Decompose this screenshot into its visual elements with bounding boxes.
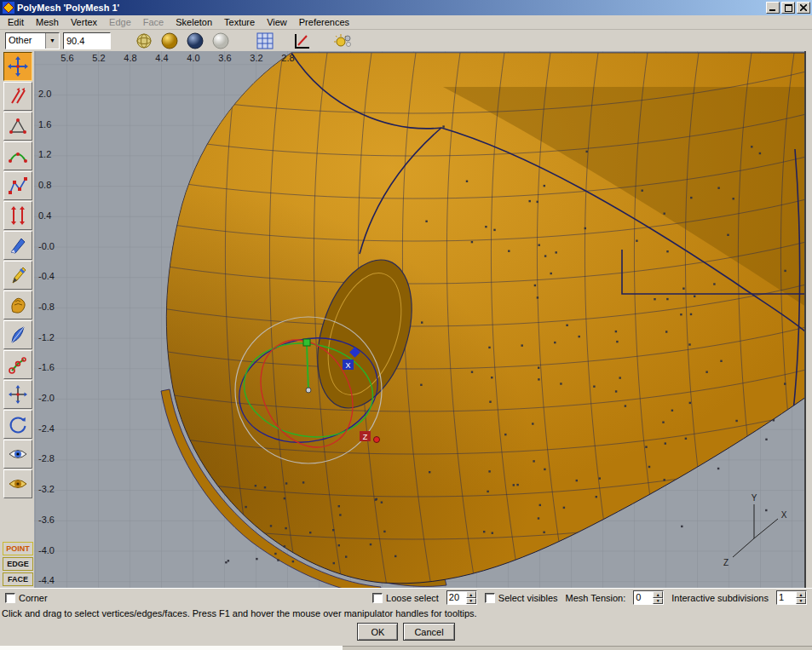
mode-button-face[interactable]: FACE — [3, 572, 33, 586]
feather-tool[interactable] — [3, 320, 32, 349]
spin-up-button[interactable]: ▲ — [466, 591, 476, 598]
taskbar-left — [0, 646, 343, 650]
scene-canvas: X Z Y X — [34, 51, 806, 588]
viewport[interactable]: X Z Y X — [34, 51, 806, 588]
move-tool[interactable] — [3, 52, 32, 81]
hide-vertices-eye-tool[interactable] — [3, 469, 32, 498]
menu-bar: Edit Mesh Vertex Edge Face Skeleton Text… — [0, 15, 812, 30]
select-visibles-label: Select visibles — [498, 593, 558, 603]
menu-item-skeleton[interactable]: Skeleton — [170, 15, 218, 29]
scale-tool[interactable] — [3, 201, 32, 230]
menu-item-preferences[interactable]: Preferences — [293, 15, 355, 29]
skeleton-tool[interactable] — [3, 350, 32, 379]
taskbar-right — [343, 646, 812, 650]
taper-tool[interactable] — [3, 112, 32, 141]
corner-checkbox[interactable]: Corner — [5, 593, 48, 603]
corner-view-icon[interactable] — [291, 31, 314, 51]
title-bar[interactable]: PolyMesh 'PolyMesh 1' — [0, 0, 812, 15]
spline-tool[interactable] — [3, 171, 32, 200]
axis-y-label: Y — [752, 493, 757, 503]
loose-select-label: Loose select — [386, 593, 439, 603]
svg-text:X: X — [345, 361, 350, 370]
pencil-tool[interactable] — [3, 261, 32, 290]
manipulator-y-handle[interactable] — [303, 339, 310, 346]
menu-item-edit[interactable]: Edit — [2, 15, 30, 29]
corner-label: Corner — [19, 593, 48, 603]
dialog-buttons: OK Cancel — [0, 621, 812, 646]
show-vertices-eye-tool[interactable] — [3, 440, 32, 469]
manipulator-center[interactable] — [306, 388, 311, 393]
app-icon — [3, 2, 14, 14]
manipulator-x-tag[interactable]: X — [343, 360, 354, 370]
knife-tool[interactable] — [3, 231, 32, 260]
loose-select-value: 20 — [447, 591, 466, 604]
main-area: POINT EDGE FACE — [0, 51, 812, 588]
checkbox-box[interactable] — [5, 593, 15, 603]
transparent-sphere-icon[interactable] — [210, 31, 232, 51]
mesh-tension-label: Mesh Tension: — [566, 593, 626, 603]
status-bar: Click and drag to select vertices/edges/… — [0, 607, 812, 621]
select-visibles-checkbox[interactable]: Select visibles — [485, 593, 558, 603]
spin-down-button[interactable]: ▼ — [653, 598, 663, 605]
close-button[interactable] — [797, 2, 810, 14]
subdivisions-label: Interactive subdivisions — [671, 593, 769, 603]
desktop: PolyMesh 'PolyMesh 1' Edit Mesh Vertex E… — [0, 0, 812, 650]
bend-tool[interactable] — [3, 141, 32, 170]
mode-button-edge[interactable]: EDGE — [3, 557, 33, 571]
manipulator-red-handle[interactable] — [374, 437, 380, 443]
subdivisions-spinner[interactable]: 1 ▲▼ — [776, 590, 807, 605]
menu-item-vertex[interactable]: Vertex — [65, 15, 103, 29]
skew-tool[interactable] — [3, 82, 32, 111]
ok-button[interactable]: OK — [357, 623, 398, 641]
spin-up-button[interactable]: ▲ — [796, 591, 806, 598]
menu-item-edge[interactable]: Edge — [103, 15, 137, 29]
chevron-down-icon[interactable]: ▼ — [45, 33, 59, 49]
window-title: PolyMesh 'PolyMesh 1' — [17, 3, 766, 13]
smooth-shaded-sphere-icon[interactable] — [158, 31, 181, 51]
mesh-tension-spinner[interactable]: 0 ▲▼ — [633, 590, 664, 605]
cancel-button[interactable]: Cancel — [403, 623, 454, 641]
menu-item-texture[interactable]: Texture — [218, 15, 261, 29]
menu-item-mesh[interactable]: Mesh — [30, 15, 65, 29]
axis-z-label: Z — [723, 558, 728, 567]
loose-select-spinner[interactable]: 20 ▲▼ — [446, 590, 477, 605]
loose-select-checkbox[interactable]: Loose select — [372, 593, 439, 603]
menu-item-face[interactable]: Face — [137, 15, 170, 29]
svg-text:Z: Z — [363, 433, 368, 441]
render-preview-icon[interactable] — [332, 31, 354, 51]
grid-icon[interactable] — [254, 31, 276, 51]
maximize-button[interactable] — [781, 2, 795, 14]
mesh-tension-value: 0 — [634, 591, 653, 604]
checkbox-box[interactable] — [485, 593, 495, 603]
mode-dropdown-value: Other — [6, 33, 45, 49]
sculpt-tool[interactable] — [3, 290, 32, 319]
left-toolbar: POINT EDGE FACE — [0, 51, 34, 588]
mode-button-point[interactable]: POINT — [3, 542, 33, 555]
subdivisions-value: 1 — [777, 591, 796, 604]
selection-mode-buttons: POINT EDGE FACE — [3, 542, 33, 586]
spin-down-button[interactable]: ▼ — [466, 598, 476, 605]
menu-item-view[interactable]: View — [261, 15, 293, 29]
wire-sphere-icon[interactable] — [133, 31, 155, 51]
bottom-controls: Corner Loose select 20 ▲▼ Select visible… — [0, 588, 812, 607]
translate-axes-tool[interactable] — [3, 380, 32, 409]
top-toolbar: Other ▼ — [0, 30, 812, 51]
spin-up-button[interactable]: ▲ — [653, 591, 663, 598]
spin-down-button[interactable]: ▼ — [796, 598, 806, 605]
polymesh-window: PolyMesh 'PolyMesh 1' Edit Mesh Vertex E… — [0, 0, 812, 646]
angle-input[interactable] — [63, 32, 111, 49]
axis-x-label: X — [781, 510, 787, 520]
checkbox-box[interactable] — [372, 593, 383, 603]
rotate-view-tool[interactable] — [3, 410, 32, 439]
minimize-button[interactable] — [766, 2, 780, 14]
manipulator-z-tag[interactable]: Z — [360, 431, 371, 441]
dark-shaded-sphere-icon[interactable] — [184, 31, 206, 51]
taskbar-fragment — [0, 646, 812, 650]
mode-dropdown[interactable]: Other ▼ — [5, 32, 60, 49]
